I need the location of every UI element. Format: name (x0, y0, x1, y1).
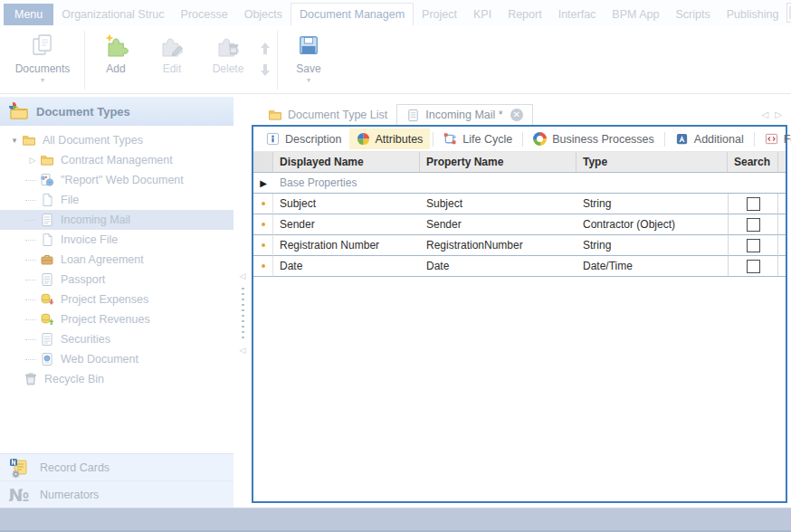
expand-arrow-icon[interactable]: ▷ (25, 156, 40, 165)
tab-life-cycle[interactable]: Life Cycle (436, 128, 519, 149)
cell-property-name[interactable]: Subject (420, 194, 577, 214)
sidebar-item-label: Record Cards (40, 461, 110, 474)
move-down-button[interactable] (260, 63, 271, 80)
tab-label: Fc (784, 133, 791, 146)
cell-displayed-name[interactable]: Sender (273, 214, 420, 235)
scroll-tabs-right-icon[interactable]: ▷ (775, 109, 782, 119)
tree-item-web-document[interactable]: Web Document (0, 349, 233, 369)
menu-button[interactable]: Menu (4, 4, 53, 25)
cell-type[interactable]: String (577, 235, 728, 256)
tree-item-report-web-document[interactable]: "Report" Web Document (0, 170, 233, 190)
folder-icon (22, 133, 36, 147)
tree-item-file[interactable]: File (0, 190, 233, 210)
cell-type[interactable]: Date/Time (577, 256, 728, 277)
tree-item-label: Incoming Mail (61, 214, 130, 226)
collapse-arrow-icon[interactable]: ▾ (7, 136, 22, 145)
tree-connector (25, 299, 36, 300)
tab-label: Description (285, 133, 342, 146)
column-header-displayed-name[interactable]: Displayed Name (273, 152, 420, 173)
search-checkbox[interactable] (747, 260, 760, 273)
cell-type[interactable]: Contractor (Object) (577, 214, 728, 235)
column-header-type[interactable]: Type (577, 152, 728, 173)
documents-button[interactable]: Documents ▾ (4, 27, 81, 93)
tree-item-loan-agreement[interactable]: Loan Agreement (0, 250, 233, 270)
menubar: Menu Organizational Struc Processe Objec… (0, 0, 791, 25)
cell-displayed-name[interactable]: Registration Number (273, 235, 420, 256)
sidebar-item-label: Numerators (40, 489, 99, 501)
menutab-bpm-app[interactable]: BPM App (604, 4, 667, 25)
cell-property-name[interactable]: Date (420, 256, 577, 277)
tree-connector (25, 280, 36, 280)
document-types-icon (7, 101, 29, 121)
menutab-kpi[interactable]: KPI (465, 4, 500, 25)
sidebar-item-record-cards[interactable]: Record Cards (0, 454, 233, 480)
menutab-report[interactable]: Report (500, 4, 550, 25)
row-indicator-header (253, 152, 273, 173)
tab-document-type-list[interactable]: Document Type List (259, 105, 396, 125)
tree-item-contract-management[interactable]: ▷ Contract Management (0, 150, 233, 170)
document-types-tree: ▾ All Document Types ▷ Contract Manageme… (0, 126, 233, 453)
menutab-project[interactable]: Project (414, 4, 465, 25)
column-header-property-name[interactable]: Property Name (420, 152, 577, 173)
search-checkbox[interactable] (747, 197, 760, 211)
tree-item-passport[interactable]: Passport (0, 270, 233, 290)
info-icon (266, 132, 280, 146)
tab-additional[interactable]: Additional (668, 128, 751, 149)
tab-description[interactable]: Description (259, 128, 349, 149)
tab-business-processes[interactable]: Business Processes (526, 128, 662, 149)
search-checkbox[interactable] (747, 239, 760, 252)
delete-button[interactable]: Delete (200, 27, 256, 93)
menutab-organizational-structure[interactable]: Organizational Struc (53, 4, 172, 25)
tree-item-label: Recycle Bin (44, 373, 104, 385)
menutab-scripts[interactable]: Scripts (667, 4, 718, 25)
cell-filler (778, 194, 786, 214)
max-toggle[interactable]: MAX (786, 3, 791, 23)
cell-filler (778, 214, 786, 235)
menutab-processes[interactable]: Processe (173, 4, 236, 25)
column-header-search[interactable]: Search (728, 152, 778, 173)
menutab-objects[interactable]: Objects (236, 4, 291, 25)
splitter-drag-handle[interactable] (242, 288, 244, 338)
sidebar-splitter[interactable]: ◁ ◁ (233, 94, 252, 508)
expand-group-icon[interactable]: ▶ (260, 178, 267, 188)
tab-incoming-mail[interactable]: Incoming Mail * ✕ (396, 104, 532, 125)
cell-type[interactable]: String (577, 194, 728, 214)
collapse-left-icon[interactable]: ◁ (240, 271, 246, 280)
collapse-left-icon[interactable]: ◁ (240, 346, 246, 355)
cell-displayed-name[interactable]: Subject (273, 194, 420, 214)
menutab-interface[interactable]: Interfac (550, 4, 605, 25)
group-row-label[interactable]: Base Properties (273, 173, 786, 194)
tab-forms[interactable]: Fc (758, 128, 791, 149)
add-button[interactable]: Add (88, 27, 144, 93)
tree-item-securities[interactable]: Securities (0, 329, 233, 349)
search-checkbox[interactable] (747, 218, 760, 232)
tree-item-recycle-bin[interactable]: Recycle Bin (0, 369, 233, 389)
tree-item-label: Loan Agreement (61, 253, 144, 266)
row-indicator (253, 256, 273, 277)
tree-item-label: Web Document (61, 353, 138, 366)
tree-item-label: Project Revenues (61, 313, 150, 326)
briefcase-icon (40, 252, 54, 267)
tree-item-incoming-mail[interactable]: Incoming Mail (0, 210, 233, 230)
tree-item-project-revenues[interactable]: Project Revenues (0, 309, 233, 329)
tree-item-all-document-types[interactable]: ▾ All Document Types (0, 130, 233, 150)
tree-item-project-expenses[interactable]: Project Expenses (0, 290, 233, 309)
cell-property-name[interactable]: Sender (420, 214, 577, 235)
cell-search (728, 235, 778, 256)
scroll-tabs-left-icon[interactable]: ◁ (762, 109, 769, 119)
cell-displayed-name[interactable]: Date (273, 256, 420, 277)
pie-icon (357, 132, 370, 146)
cell-property-name[interactable]: RegistrationNumber (420, 235, 577, 256)
tab-attributes[interactable]: Attributes (349, 128, 431, 149)
sidebar-item-numerators[interactable]: № Numerators (0, 480, 233, 508)
row-marker-icon (262, 243, 265, 247)
move-up-button[interactable] (260, 42, 271, 58)
close-tab-icon[interactable]: ✕ (510, 109, 523, 121)
ribbon-toolbar: Documents ▾ Add Edit (0, 25, 791, 94)
save-button[interactable]: Save ▾ (281, 27, 337, 93)
menutab-publishing[interactable]: Publishing (719, 4, 787, 25)
edit-button[interactable]: Edit (144, 27, 200, 93)
tree-item-invoice-file[interactable]: Invoice File (0, 230, 233, 250)
menutab-document-management[interactable]: Document Managem (291, 3, 414, 25)
code-icon (765, 132, 778, 146)
